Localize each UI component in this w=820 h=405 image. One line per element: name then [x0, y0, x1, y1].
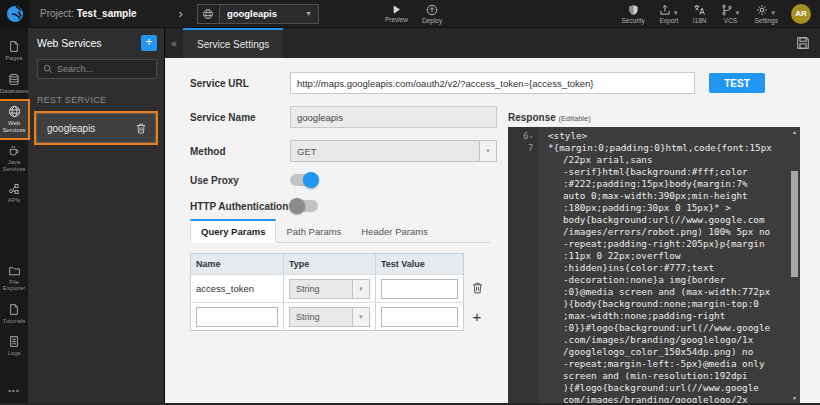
sidebar-item-file-explorer[interactable]: File Explorer [0, 261, 28, 297]
coffee-cup-icon [8, 144, 20, 157]
query-params-table: Name Type Test Value access_token String… [190, 253, 464, 331]
response-label: Response (Editable) [508, 112, 820, 123]
response-editor[interactable]: 6▾<style>7*{margin:0;padding:0}html,code… [508, 127, 800, 403]
response-editor-lines: 6▾<style>7*{margin:0;padding:0}html,code… [508, 127, 800, 403]
rest-service-section-label: REST SERVICE [37, 95, 155, 105]
scroll-down-arrow[interactable]: ▼ [789, 395, 800, 401]
service-url-label: Service URL [190, 78, 290, 89]
scrollbar-thumb[interactable] [791, 171, 798, 277]
use-proxy-label: Use Proxy [190, 175, 290, 186]
service-search[interactable] [37, 59, 157, 79]
trash-icon[interactable] [135, 122, 147, 135]
web-services-panel: Web Services + REST SERVICE googleapis [28, 28, 165, 403]
service-name-input [290, 106, 497, 128]
chevron-down-icon: ▼ [479, 141, 496, 161]
params-tabs: Query Params Path Params Header Params [190, 218, 490, 243]
save-icon[interactable] [796, 36, 810, 50]
table-header-row: Name Type Test Value [191, 254, 463, 274]
play-icon [391, 4, 402, 15]
column-header-type: Type [284, 254, 376, 274]
sidebar-item-apis[interactable]: APIs [0, 179, 28, 209]
service-url-input[interactable] [290, 72, 695, 94]
delete-param-button[interactable] [464, 274, 490, 302]
vcs-button[interactable]: ▼ VCS [721, 4, 741, 24]
param-type-select[interactable]: String ▼ [289, 279, 370, 299]
tab-bar: « Service Settings [165, 28, 820, 58]
left-icon-sidebar: Pages Databases Web Services Java Servic… [0, 28, 28, 403]
branch-icon [721, 4, 733, 16]
service-selector-dropdown[interactable]: googleapis ▼ [197, 4, 319, 24]
sidebar-more-button[interactable]: ••• [0, 386, 28, 395]
collapse-panel-button[interactable]: « [165, 38, 183, 49]
search-input[interactable] [57, 64, 151, 74]
project-breadcrumb: Project: Test_sample [40, 8, 137, 19]
chevron-down-icon: ▼ [770, 10, 776, 16]
deploy-upload-icon [426, 4, 438, 16]
chevron-down-icon: ▼ [735, 10, 741, 16]
app-logo[interactable] [0, 0, 30, 28]
folder-icon [8, 265, 21, 277]
page-icon [8, 303, 20, 316]
tab-path-params[interactable]: Path Params [276, 221, 351, 242]
method-select[interactable]: GET ▼ [290, 140, 497, 162]
tab-service-settings[interactable]: Service Settings [183, 28, 283, 58]
tab-query-params[interactable]: Query Params [190, 219, 276, 243]
trash-icon [471, 281, 484, 295]
translate-icon [693, 4, 706, 16]
sidebar-item-java-services[interactable]: Java Services [0, 140, 28, 177]
export-button[interactable]: ▼ Export [659, 4, 679, 24]
sidebar-item-logs[interactable]: Logs [0, 331, 28, 362]
sidebar-item-tutorials[interactable]: Tutorials [0, 299, 28, 330]
add-service-button[interactable]: + [141, 35, 157, 51]
new-param-test-value-input[interactable] [381, 307, 458, 327]
breadcrumb-chevron-icon: › [179, 6, 183, 21]
sidebar-item-web-services[interactable]: Web Services [0, 101, 28, 138]
new-param-type-select[interactable]: String ▼ [289, 307, 370, 327]
api-nodes-icon [8, 183, 20, 195]
service-settings-content: Service URL TEST Service Name Method GET… [165, 58, 820, 403]
panel-title: Web Services [37, 37, 141, 49]
column-header-name: Name [191, 254, 284, 274]
top-bar: Project: Test_sample › googleapis ▼ Prev… [0, 0, 820, 28]
param-name: access_token [191, 275, 284, 302]
add-param-button[interactable]: + [464, 302, 490, 330]
http-authentication-toggle[interactable] [290, 200, 318, 212]
i18n-button[interactable]: I18N [693, 4, 707, 24]
page-icon [8, 40, 20, 53]
globe-icon [198, 5, 220, 23]
sidebar-item-databases[interactable]: Databases [0, 69, 28, 100]
project-name: Test_sample [77, 8, 137, 19]
scroll-up-arrow[interactable]: ▲ [789, 129, 800, 135]
editor-scrollbar[interactable]: ▲ ▼ [789, 127, 800, 403]
chevron-down-icon: ▼ [673, 10, 679, 16]
param-test-value-input[interactable] [381, 279, 458, 299]
export-icon [659, 4, 671, 16]
wavemaker-logo-icon [6, 5, 24, 23]
preview-button[interactable]: Preview [385, 4, 408, 23]
table-row: access_token String ▼ [191, 274, 463, 302]
deploy-button[interactable]: Deploy [422, 4, 442, 24]
security-button[interactable]: Security [621, 4, 644, 24]
globe-icon [8, 105, 21, 118]
user-avatar[interactable]: AR [791, 4, 811, 24]
chevron-down-icon: ▼ [305, 10, 318, 17]
chevron-down-icon: ▼ [352, 280, 369, 298]
chevron-down-icon: ▼ [352, 308, 369, 326]
search-icon [43, 64, 53, 74]
sidebar-item-pages[interactable]: Pages [0, 36, 28, 67]
test-button[interactable]: TEST [709, 73, 765, 93]
settings-button[interactable]: ▼ Settings [755, 4, 779, 24]
new-param-name-input[interactable] [196, 307, 278, 327]
service-name-label: Service Name [190, 112, 290, 123]
http-auth-label: HTTP Authentication [190, 201, 290, 212]
table-row: String ▼ [191, 302, 463, 330]
service-item-label: googleapis [47, 123, 135, 134]
gear-icon [756, 4, 768, 16]
selected-service: googleapis [220, 8, 305, 19]
column-header-test-value: Test Value [376, 254, 463, 274]
service-list-item-googleapis[interactable]: googleapis [36, 113, 156, 143]
document-lines-icon [8, 335, 20, 348]
shield-icon [628, 4, 639, 16]
use-proxy-toggle[interactable] [290, 174, 318, 186]
tab-header-params[interactable]: Header Params [351, 221, 438, 242]
